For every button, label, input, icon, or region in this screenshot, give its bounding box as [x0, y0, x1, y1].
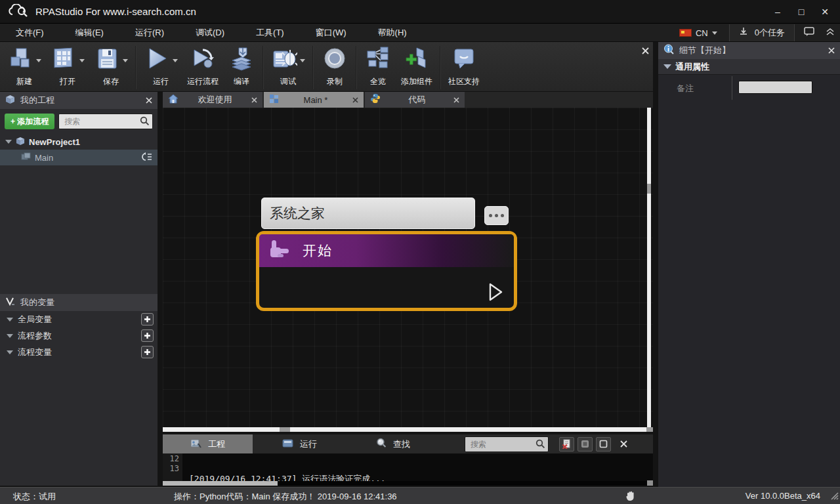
- variable-group-global[interactable]: 全局变量: [0, 311, 158, 327]
- tab-code[interactable]: 代码: [365, 92, 465, 108]
- start-node[interactable]: 开始: [256, 231, 517, 311]
- toolbar-button-run-flow[interactable]: 运行流程: [182, 45, 223, 87]
- scrollbar-thumb[interactable]: [647, 184, 651, 194]
- project-panel-header: 我的工程: [0, 92, 158, 109]
- run-flow-icon: [190, 46, 216, 75]
- language-selector[interactable]: CN: [674, 25, 723, 41]
- canvas-horizontal-scrollbar[interactable]: [163, 427, 653, 432]
- output-panel: 工程 运行 查找: [163, 434, 653, 486]
- toolbar-button-compile[interactable]: 编译: [223, 45, 260, 87]
- maximize-panel-button[interactable]: [596, 437, 611, 452]
- flow-actions-icon[interactable]: [142, 152, 152, 163]
- download-icon: [739, 27, 748, 39]
- title-bar: RPAStudio For www.i-search.com.cn – □ ✕: [0, 0, 840, 24]
- dot: [489, 214, 492, 217]
- flow-file-icon: [21, 152, 31, 163]
- menu-item-window[interactable]: 窗口(W): [300, 24, 362, 42]
- chevron-down-icon: [79, 59, 85, 62]
- feedback-icon[interactable]: [804, 27, 815, 39]
- toolbar-button-record[interactable]: 录制: [316, 45, 353, 87]
- output-tab-run[interactable]: 运行: [253, 434, 346, 453]
- close-output-panel-icon[interactable]: [620, 440, 627, 448]
- variable-group-flow-params[interactable]: 流程参数: [0, 327, 158, 344]
- toolbar-button-add-component[interactable]: 添加组件: [396, 45, 437, 87]
- menu-item-help[interactable]: 帮助(H): [362, 24, 423, 42]
- close-icon[interactable]: [828, 47, 835, 54]
- common-properties-section[interactable]: 通用属性: [658, 59, 840, 75]
- more-options-button[interactable]: [484, 206, 509, 225]
- resize-grip[interactable]: [830, 491, 839, 503]
- maximize-button[interactable]: □: [791, 3, 811, 20]
- start-node-title: 开始: [303, 242, 333, 260]
- main-flow-label: Main: [35, 153, 138, 163]
- output-tab-project[interactable]: 工程: [163, 434, 253, 453]
- dot: [495, 214, 498, 217]
- project-root-label: NewProject1: [29, 137, 80, 147]
- toolbar-button-new[interactable]: 新建: [3, 45, 46, 87]
- close-tab-icon[interactable]: [453, 97, 459, 103]
- tree-item-main[interactable]: Main: [0, 150, 158, 165]
- cn-flag-icon: [679, 29, 692, 37]
- menu-item-run[interactable]: 运行(R): [119, 24, 180, 42]
- canvas-vertical-scrollbar[interactable]: [647, 108, 651, 427]
- project-search-input[interactable]: [58, 114, 153, 129]
- expander-icon[interactable]: [7, 350, 13, 354]
- task-queue-button[interactable]: 0个任务: [729, 24, 795, 41]
- flow-canvas[interactable]: 开始: [163, 108, 653, 432]
- toolbar-button-debug[interactable]: 调试: [266, 45, 310, 87]
- toolbar-button-overview[interactable]: 全览: [360, 45, 396, 87]
- tab-welcome[interactable]: 欢迎使用: [163, 92, 262, 108]
- details-panel-header: 细节【开始】: [658, 42, 840, 59]
- minimize-button[interactable]: –: [768, 3, 788, 20]
- add-flow-button[interactable]: + 添加流程: [5, 114, 54, 129]
- close-tab-icon[interactable]: [251, 97, 257, 103]
- output-tab-find[interactable]: 查找: [346, 434, 440, 453]
- close-icon[interactable]: [146, 97, 152, 104]
- details-panel-title: 细节【开始】: [679, 45, 823, 56]
- menu-item-edit[interactable]: 编辑(E): [60, 24, 119, 42]
- scroll-lock-button[interactable]: [578, 437, 593, 452]
- overview-icon: [365, 46, 391, 75]
- toolbar-separator: [135, 46, 136, 89]
- add-global-variable-button[interactable]: [141, 313, 154, 326]
- scrollbar-thumb[interactable]: [163, 481, 278, 486]
- close-tab-icon[interactable]: [352, 97, 358, 103]
- community-support-icon: [451, 46, 477, 75]
- clear-log-button[interactable]: [559, 437, 574, 452]
- license-status: 状态：试用: [13, 491, 56, 503]
- toolbar-button-community-support[interactable]: 社区支持: [444, 45, 484, 87]
- project-output-icon: [190, 438, 201, 450]
- tree-item-project-root[interactable]: NewProject1: [0, 134, 158, 150]
- variable-group-flow-vars[interactable]: 流程变量: [0, 344, 158, 360]
- log-horizontal-scrollbar[interactable]: [163, 481, 653, 486]
- record-icon: [322, 46, 348, 75]
- cube-icon: [16, 136, 25, 148]
- toolbar-button-run[interactable]: 运行: [139, 45, 182, 87]
- flow-label-input[interactable]: [261, 198, 475, 229]
- log-line-numbers: 12 13: [163, 453, 182, 481]
- debug-icon: [271, 46, 297, 75]
- tab-main[interactable]: Main *: [264, 92, 364, 108]
- python-icon: [370, 93, 381, 106]
- log-content: [2019/09/16 12:41:37] 运行语法验证完成...: [182, 453, 653, 481]
- menu-item-tools[interactable]: 工具(T): [240, 24, 300, 42]
- save-icon: [94, 46, 120, 75]
- details-panel: 细节【开始】 通用属性 备注: [658, 42, 840, 487]
- toolbar-button-save[interactable]: 保存: [89, 45, 133, 87]
- close-button[interactable]: ✕: [815, 3, 835, 20]
- status-bar: 状态：试用 操作：Python代码：Main 保存成功！ 2019-09-16 …: [0, 487, 840, 504]
- expander-icon[interactable]: [7, 334, 13, 338]
- expander-icon[interactable]: [5, 140, 12, 144]
- play-outline-icon[interactable]: [489, 283, 503, 304]
- home-icon: [168, 94, 178, 106]
- toolbar-close-icon[interactable]: [642, 47, 649, 54]
- menu-item-file[interactable]: 文件(F): [0, 24, 60, 42]
- remark-input[interactable]: [738, 81, 812, 94]
- toolbar-button-open[interactable]: 打开: [46, 45, 89, 87]
- expander-icon[interactable]: [7, 318, 13, 322]
- add-flow-param-button[interactable]: [141, 329, 154, 342]
- add-flow-variable-button[interactable]: [141, 346, 154, 358]
- menu-item-debug[interactable]: 调试(D): [180, 24, 240, 42]
- chevron-double-up-icon[interactable]: [826, 27, 835, 39]
- scrollbar-thumb[interactable]: [280, 427, 290, 432]
